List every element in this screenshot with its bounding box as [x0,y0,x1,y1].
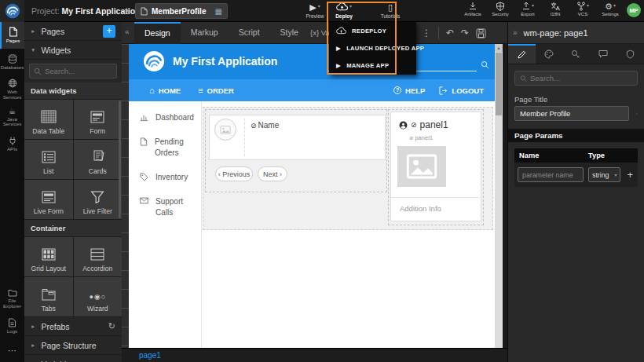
widget-live-filter[interactable]: Live Filter [74,180,123,219]
left-panel-scrollbar[interactable] [119,101,121,218]
export-caret-icon[interactable]: ▾ [532,2,534,11]
page-params-section-header[interactable]: Page Params [508,129,644,142]
artifacts-button[interactable]: Artifacts [462,2,484,16]
deploy-caret-icon[interactable]: ▾ [349,2,352,10]
refresh-icon[interactable]: ↻ [108,321,115,331]
add-page-button[interactable]: + [103,25,115,38]
widget-wizard[interactable]: ●◉○ Wizard [74,277,123,316]
sidebar-item-file-explorer[interactable]: File Explorer [0,286,24,313]
properties-search-box[interactable] [514,71,638,86]
widget-search-input[interactable] [45,67,112,75]
nav-item-logout[interactable]: LOGOUT [439,86,484,95]
prefabs-section-header[interactable]: ► Prefabs ↻ [24,317,122,336]
nav-item-order[interactable]: ≡ ORDER [198,86,234,95]
security-button[interactable]: Security [489,2,511,16]
member-card[interactable]: ⊘ Name [209,115,386,160]
expand-panel-icon[interactable]: » [513,28,518,37]
sidebar-item-logs[interactable]: Logs [0,313,24,339]
wavemaker-logo[interactable] [0,0,24,22]
name-field[interactable]: ⊘ Name [251,121,279,130]
widget-form[interactable]: Form [74,100,123,139]
param-type-select[interactable]: string ▾ [588,167,620,182]
variables-section-header[interactable]: ► Variables [24,355,122,362]
sidebar-item-pages[interactable]: Pages [0,22,24,49]
vcs-button[interactable]: ▾ VCS [572,2,594,16]
kebab-menu-icon[interactable]: ⋮ [422,28,431,38]
vcs-caret-icon[interactable]: ▾ [587,2,589,11]
page-tab-memberprofile[interactable]: MemberProfile ▦ [135,3,228,19]
sidebar-item-java-services[interactable]: ☕ Java Services [0,104,24,131]
param-name-input[interactable] [518,167,584,182]
widget-grid-layout[interactable]: Grid Layout [24,237,73,276]
redo-icon[interactable]: ↷ [461,28,469,38]
activity-bar-spacer [0,157,24,286]
settings-button[interactable]: ⚙ ▾ Settings [599,2,621,16]
menu-item-manage-app[interactable]: ▶ MANAGE APP [329,57,416,74]
export-button[interactable]: ▾ Export [517,2,539,16]
menu-item-launch-deployed-app[interactable]: ▶ LAUNCH DEPLOYED APP [329,39,416,57]
widgets-section-header[interactable]: ▼ Widgets [24,41,122,60]
shield-outline-icon [626,49,635,59]
list-widget-container[interactable]: ⊘ Name ‹ Previous Next › [205,109,387,192]
add-param-button[interactable]: + [625,169,635,181]
app-sidebar-item-pending-orders[interactable]: Pending Orders [140,137,188,159]
i18n-button[interactable]: I18N [544,2,566,16]
tab-styles[interactable] [536,44,563,64]
page-content-zone[interactable]: ⊘ Name ‹ Previous Next › ⊘ [203,107,493,230]
undo-icon[interactable]: ↶ [446,28,454,38]
pages-grid-icon[interactable]: ▦ [215,7,222,16]
menu-item-redeploy[interactable]: REDEPLOY [329,22,416,39]
panel1-image-placeholder[interactable] [397,146,446,187]
properties-search-input[interactable] [530,74,632,82]
widget-tabs[interactable]: Tabs [24,277,73,316]
panel-widget-container[interactable]: ⊘ panel1 ⊘ panel1 Addition [388,109,484,225]
tab-events[interactable] [562,44,590,64]
nav-item-home[interactable]: ⌂ HOME [149,86,181,95]
tab-messages[interactable] [590,44,617,64]
tutorials-button[interactable]: ▯ Tutorials [375,2,406,19]
page-structure-section-header[interactable]: ► Page Structure [24,336,122,355]
scrollbar-thumb[interactable] [496,53,502,115]
previous-button[interactable]: ‹ Previous [215,166,253,181]
tab-properties[interactable] [508,44,536,64]
bind-link-icon[interactable] [635,109,638,119]
widget-live-form[interactable]: Live Form [24,180,73,219]
pages-section-header[interactable]: ► Pages + [24,22,122,41]
save-icon[interactable] [476,28,486,38]
sidebar-item-apis[interactable]: APIs [0,130,24,157]
deploy-button[interactable]: ▾ Deploy [328,2,360,19]
sidebar-item-web-services[interactable]: Web Services [0,75,24,104]
widget-search-box[interactable] [29,64,117,79]
tab-markup[interactable]: Markup [181,22,229,44]
preview-button[interactable]: ▶ ▾ Preview [299,2,331,19]
scroll-up-icon[interactable]: ▲ [495,44,503,52]
user-avatar[interactable]: MP [627,3,641,17]
app-sidebar-item-inventory[interactable]: Inventory [140,172,201,183]
preview-caret-icon[interactable]: ▾ [318,2,320,10]
widget-list[interactable]: List [24,140,73,179]
more-icon[interactable]: ⋯ [0,339,24,362]
widget-accordion[interactable]: Accordion [74,237,123,276]
collapse-left-panel-icon[interactable]: « [125,27,130,36]
page-title-input[interactable] [514,106,629,121]
variables-button[interactable]: {x} Va [310,28,330,37]
sidebar-item-databases[interactable]: Databases [0,49,24,75]
widget-cards[interactable]: Cards [74,140,123,179]
member-image-placeholder[interactable] [214,119,236,141]
app-search-icon[interactable] [481,60,489,69]
panel1-header[interactable]: ⊘ panel1 [399,119,448,130]
widget-data-table[interactable]: Data Table [24,100,73,139]
tab-style[interactable]: Style [270,22,309,44]
settings-caret-icon[interactable]: ▾ [613,2,616,11]
app-sidebar-item-dashboard[interactable]: Dashboard [140,112,201,123]
nav-item-help[interactable]: ? HELP [393,86,425,95]
app-header[interactable]: My First Application [129,44,495,79]
tab-design[interactable]: Design [134,22,181,44]
next-button[interactable]: Next › [258,166,287,181]
tab-security[interactable] [617,44,644,64]
panel1-card[interactable]: ⊘ panel1 ⊘ panel1 Addition [390,112,481,221]
status-page-tab[interactable]: page1 [139,351,161,360]
app-sidebar-item-support-calls[interactable]: Support Calls [140,196,188,218]
tab-script[interactable]: Script [229,22,270,44]
canvas-scrollbar[interactable]: ▲ [495,44,503,348]
